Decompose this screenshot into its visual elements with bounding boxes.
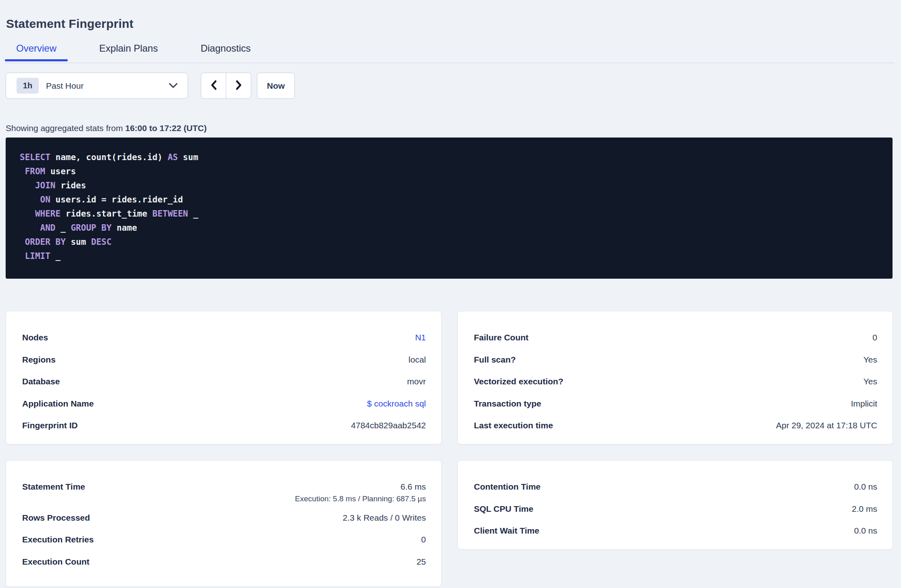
- row-label: Client Wait Time: [474, 526, 539, 536]
- sql-keyword: FROM: [25, 167, 46, 176]
- sql-keyword: SELECT: [20, 152, 50, 162]
- tab-diagnostics[interactable]: Diagnostics: [189, 40, 262, 61]
- tab-explain-plans[interactable]: Explain Plans: [88, 40, 169, 61]
- sql-text: name: [112, 223, 137, 233]
- row-value: Yes: [863, 377, 877, 386]
- time-range-label: Past Hour: [46, 81, 83, 91]
- sql-text: rides: [56, 181, 86, 190]
- row-value: 6.6 ms: [400, 482, 426, 492]
- row-value-link[interactable]: N1: [415, 333, 426, 342]
- sql-line: SELECT name, count(rides.id) AS sum: [20, 150, 878, 165]
- row-value-link[interactable]: $ cockroach sql: [367, 399, 426, 409]
- sql-text: [20, 167, 25, 176]
- sql-text: sum: [66, 237, 91, 247]
- tab-bar-divider: [5, 63, 895, 63]
- row-label: Vectorized execution?: [474, 377, 563, 386]
- card-row: Fingerprint ID4784cb829aab2542: [22, 415, 426, 437]
- sql-text: [20, 181, 35, 190]
- card-row: Vectorized execution?Yes: [474, 371, 877, 393]
- row-label: Full scan?: [474, 355, 516, 365]
- sql-keyword: LIMIT: [25, 251, 50, 261]
- time-range-badge: 1h: [17, 78, 39, 94]
- row-label: Statement Time: [22, 482, 85, 492]
- sql-keyword: ON: [40, 195, 50, 204]
- sql-line: LIMIT _: [20, 249, 878, 263]
- row-label: Execution Retries: [22, 535, 94, 544]
- card-row: NodesN1: [22, 327, 426, 349]
- aggregated-stats-line: Showing aggregated stats from 16:00 to 1…: [6, 123, 206, 133]
- card-row: Databasemovr: [22, 371, 426, 393]
- card-row: Rows Processed2.3 k Reads / 0 Writes: [22, 507, 426, 529]
- card-row: Failure Count0: [474, 327, 877, 349]
- card-row: Statement Time6.6 msExecution: 5.8 ms / …: [22, 476, 426, 507]
- row-label: Application Name: [22, 399, 94, 409]
- next-time-range-button[interactable]: [226, 73, 251, 98]
- stats-line-range: 16:00 to 17:22 (UTC): [125, 123, 207, 133]
- sql-text: [20, 223, 40, 233]
- row-label: Rows Processed: [22, 513, 90, 523]
- sql-line: JOIN rides: [20, 179, 878, 193]
- card-row: Execution Count25: [22, 551, 426, 573]
- sql-text: [20, 209, 35, 219]
- time-range-dropdown[interactable]: 1h Past Hour: [6, 73, 188, 99]
- sql-keyword: BETWEEN: [152, 209, 188, 219]
- card-row: Last execution timeApr 29, 2024 at 17:18…: [474, 415, 877, 437]
- card-execution-attributes: Failure Count0Full scan?YesVectorized ex…: [457, 311, 893, 444]
- row-value: 0.0 ns: [854, 482, 877, 492]
- now-button[interactable]: Now: [257, 73, 295, 99]
- sql-statement: SELECT name, count(rides.id) AS sum FROM…: [6, 138, 893, 279]
- stats-line-prefix: Showing aggregated stats from: [6, 123, 125, 133]
- row-label: Transaction type: [474, 399, 541, 409]
- row-label: Nodes: [22, 333, 48, 342]
- sql-line: AND _ GROUP BY name: [20, 221, 878, 235]
- row-value: 0: [421, 535, 426, 544]
- page-title: Statement Fingerprint: [6, 17, 133, 31]
- row-label: Database: [22, 377, 60, 386]
- sql-line: ORDER BY sum DESC: [20, 235, 878, 249]
- chevron-left-icon: [210, 79, 218, 92]
- card-row: Contention Time0.0 ns: [474, 476, 877, 498]
- row-label: Regions: [22, 355, 56, 365]
- sql-keyword: ORDER BY: [25, 237, 66, 247]
- row-subvalue: Execution: 5.8 ms / Planning: 687.5 µs: [22, 494, 426, 507]
- card-row: Execution Retries0: [22, 529, 426, 551]
- card-row: Application Name$ cockroach sql: [22, 393, 426, 415]
- card-row: Client Wait Time0.0 ns: [474, 520, 877, 542]
- sql-text: _: [188, 209, 198, 219]
- card-statement-details: NodesN1RegionslocalDatabasemovrApplicati…: [6, 311, 442, 444]
- card-row: Regionslocal: [22, 349, 426, 371]
- row-value: 0.0 ns: [854, 526, 877, 536]
- row-value: local: [409, 355, 426, 365]
- row-value: 2.0 ms: [852, 504, 877, 514]
- sql-text: [20, 195, 40, 204]
- sql-keyword: JOIN: [35, 181, 56, 190]
- row-value: 25: [417, 557, 426, 567]
- card-time-stats: Contention Time0.0 nsSQL CPU Time2.0 msC…: [457, 460, 893, 550]
- row-value: 4784cb829aab2542: [351, 421, 426, 430]
- card-statement-stats: Statement Time6.6 msExecution: 5.8 ms / …: [6, 460, 442, 587]
- sql-text: [20, 237, 25, 247]
- chevron-down-icon: [169, 83, 178, 89]
- sql-text: [20, 251, 25, 261]
- tab-overview[interactable]: Overview: [5, 40, 68, 61]
- row-value: movr: [407, 377, 426, 386]
- sql-keyword: GROUP BY: [71, 223, 111, 233]
- row-label: Failure Count: [474, 333, 528, 342]
- card-row: Transaction typeImplicit: [474, 393, 877, 415]
- time-range-arrows: [201, 73, 251, 99]
- row-label: SQL CPU Time: [474, 504, 533, 514]
- row-label: Contention Time: [474, 482, 540, 492]
- row-value: Apr 29, 2024 at 17:18 UTC: [776, 421, 877, 430]
- sql-keyword: WHERE: [35, 209, 60, 219]
- sql-text: rides.start_time: [60, 209, 152, 219]
- previous-time-range-button[interactable]: [201, 73, 226, 98]
- tab-bar: Overview Explain Plans Diagnostics: [5, 40, 262, 61]
- row-value: Implicit: [851, 399, 877, 409]
- sql-keyword: DESC: [91, 237, 112, 247]
- row-value: Yes: [863, 355, 877, 365]
- sql-text: _: [56, 223, 71, 233]
- card-row: Full scan?Yes: [474, 349, 877, 371]
- sql-text: _: [50, 251, 60, 261]
- sql-keyword: AS: [168, 152, 178, 162]
- row-label: Execution Count: [22, 557, 90, 567]
